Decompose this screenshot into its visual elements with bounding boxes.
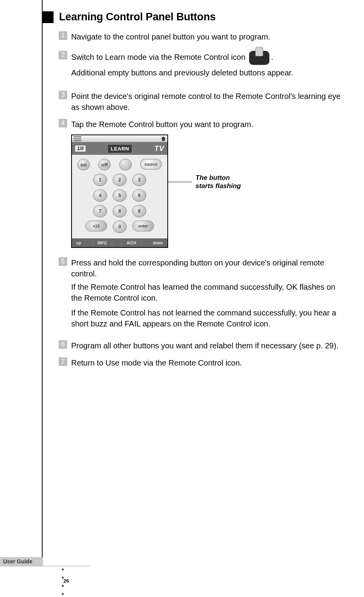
source-button: source [140, 159, 162, 170]
step-text: Navigate to the control panel button you… [71, 31, 270, 42]
content-area: 1 Navigate to the control panel button y… [59, 31, 344, 377]
keypad-4: 4 [93, 189, 107, 202]
keypad-9: 9 [132, 205, 146, 217]
step-text: Point the device's original remote contr… [71, 91, 344, 113]
keypad-0: 0 [113, 221, 127, 233]
step-5-main: Press and hold the corresponding button … [71, 257, 344, 279]
page-indicator: 1/8 [75, 145, 86, 152]
learn-label: LEARN [108, 144, 132, 153]
footer-rule [0, 566, 90, 567]
step-3: 3 Point the device's original remote con… [59, 91, 344, 113]
keypad-7: 7 [93, 205, 107, 217]
step-2-post: . [271, 53, 273, 61]
heading-bullet-icon [42, 11, 54, 23]
step-text: Tap the Remote Control button you want t… [71, 119, 253, 130]
on-button: on [77, 159, 90, 170]
step-number: 1 [59, 31, 67, 40]
step-text: Switch to Learn mode via the Remote Cont… [71, 51, 293, 81]
off-button: off [98, 159, 111, 170]
figure-row: 1/8 LEARN TV on off source 1 2 3 4 [71, 134, 344, 248]
blank-button [119, 159, 132, 170]
step-number: 3 [59, 91, 67, 99]
step-7: 7 Return to Use mode via the Remote Cont… [59, 357, 344, 368]
figure-header: 1/8 LEARN TV [72, 142, 167, 155]
step-5-para2: If the Remote Control has learned the co… [71, 281, 344, 303]
keypad-6: 6 [132, 189, 146, 202]
keypad-8: 8 [113, 205, 127, 217]
keypad-2: 2 [113, 174, 127, 186]
remote-control-icon [249, 51, 269, 65]
step-2-pre: Switch to Learn mode via the Remote Cont… [71, 53, 247, 61]
step-2-line2: Additional empty buttons and previously … [71, 67, 293, 78]
remote-screenshot: 1/8 LEARN TV on off source 1 2 3 4 [71, 134, 168, 248]
keypad-3: 3 [132, 174, 146, 186]
step-6: 6 Program all other buttons you want and… [59, 340, 344, 351]
figure-topbar [72, 135, 167, 142]
callout-leader-line [168, 182, 192, 182]
vertical-rule [42, 0, 43, 566]
step-5: 5 Press and hold the corresponding butto… [59, 257, 344, 332]
step-2: 2 Switch to Learn mode via the Remote Co… [59, 51, 344, 81]
step-number: 5 [59, 257, 67, 266]
step-text: Press and hold the corresponding button … [71, 257, 344, 332]
home-icon [161, 136, 166, 141]
footer-avch: A/CH [122, 241, 141, 245]
device-label: TV [154, 145, 164, 153]
step-4: 4 Tap the Remote Control button you want… [59, 119, 344, 130]
menu-icon [74, 136, 81, 141]
step-number: 2 [59, 51, 67, 59]
step-text: Return to Use mode via the Remote Contro… [71, 357, 242, 368]
step-1: 1 Navigate to the control panel button y… [59, 31, 344, 42]
step-number: 4 [59, 119, 67, 127]
step-5-para3: If the Remote Control has not learned th… [71, 307, 344, 329]
footer-up: up [74, 241, 83, 245]
plus10-button: +10 [85, 221, 107, 231]
step-number: 6 [59, 340, 67, 349]
figure-callout: The button starts flashing [168, 174, 241, 190]
heading-row: Learning Control Panel Buttons [42, 11, 216, 23]
page-number: 26 [63, 578, 69, 584]
footer-guide-label: User Guide [0, 557, 43, 566]
step-number: 7 [59, 357, 67, 366]
callout-text: The button starts flashing [195, 174, 241, 190]
heading-title: Learning Control Panel Buttons [59, 11, 216, 23]
footer-info: INFO [93, 241, 112, 245]
footer-down: down [151, 241, 165, 245]
keypad-5: 5 [113, 189, 127, 202]
figure-body: on off source 1 2 3 4 5 6 7 8 [72, 155, 167, 238]
step-text: Program all other buttons you want and r… [71, 340, 339, 351]
enter-button: enter [132, 221, 154, 231]
figure-footer: up INFO A/CH down [72, 238, 167, 247]
keypad-1: 1 [93, 174, 107, 186]
